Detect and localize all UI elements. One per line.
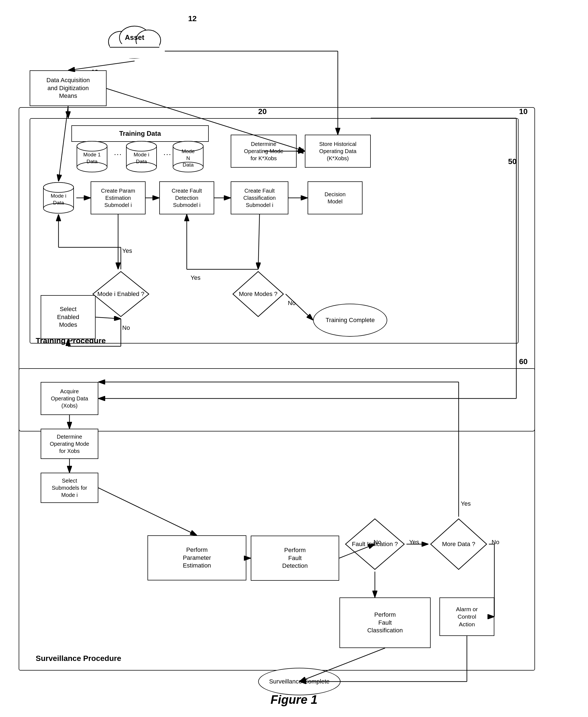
store-hist-label: Store Historical Operating Data (K*Xobs) (319, 140, 356, 162)
svg-line-27 (68, 61, 134, 70)
perform-fault-det-label: Perform Fault Detection (282, 546, 308, 570)
perform-fault-class-box: Perform Fault Classification (339, 597, 430, 648)
figure-title: Figure 1 (0, 693, 588, 706)
no-label-1: No (122, 324, 130, 331)
surveillance-complete-label: Surveillance Complete (269, 678, 330, 686)
determine-op2-label: Determine Operating Mode for Xobs (50, 433, 89, 454)
training-data-header: Training Data (119, 129, 161, 138)
asset-cloud: Asset (104, 14, 165, 61)
select-enabled-label: Select Enabled Modes (57, 305, 79, 329)
create-fault-class-box: Create Fault Classification Submodel i (231, 181, 288, 214)
determine-op-box: Determine Operating Mode for K*Xobs (231, 135, 297, 168)
perform-fault-det-box: Perform Fault Detection (251, 536, 339, 581)
determine-op2-box: Determine Operating Mode for Xobs (41, 429, 98, 459)
yes-label-3: Yes (409, 539, 419, 546)
no-label-2: No (288, 300, 295, 307)
modei-label: Mode i Data (133, 151, 149, 165)
training-data-region: Training Data (71, 125, 209, 142)
svg-point-9 (77, 141, 107, 151)
modeN-label: Mode N Data (179, 148, 197, 168)
yes-label-4: Yes (461, 500, 471, 507)
data-acquisition-box: Data Acquisition and Digitization Means (30, 70, 107, 106)
acquire-data-label: Acquire Operating Data (Xobs) (51, 388, 88, 409)
surveillance-label: Surveillance Procedure (36, 654, 121, 663)
more-modes-diamond: More Modes ? (231, 269, 286, 319)
alarm-control-label: Alarm or Control Action (456, 606, 478, 628)
dot-sep1: ··· (114, 150, 122, 159)
decision-model-label: Decision Model (324, 191, 346, 205)
modeN-cylinder: Mode N Data (170, 140, 206, 173)
decision-model-box: Decision Model (308, 181, 362, 214)
surveillance-complete-oval: Surveillance Complete (258, 668, 340, 695)
svg-point-21 (43, 183, 74, 192)
create-fault-det-label: Create Fault Detection Submodel i (172, 187, 202, 209)
svg-rect-4 (110, 44, 159, 58)
determine-op-label: Determine Operating Mode for K*Xobs (244, 140, 283, 162)
mode-i-enabled-label: Mode i Enabled ? (96, 289, 145, 299)
create-param-box: Create Param Estimation Submodel i (91, 181, 146, 214)
store-hist-box: Store Historical Operating Data (K*Xobs) (305, 135, 371, 168)
perform-param-label: Perform Parameter Estimation (183, 546, 211, 570)
more-data-diamond: More Data ? (428, 517, 489, 572)
mode1-cylinder: Mode 1 Data (74, 140, 110, 173)
asset-label: Asset (125, 33, 144, 42)
perform-param-box: Perform Parameter Estimation (147, 535, 246, 580)
fault-indication-diamond: Fault Indication ? (343, 517, 406, 572)
training-complete-oval: Training Complete (313, 304, 387, 337)
perform-fault-class-label: Perform Fault Classification (367, 611, 403, 635)
training-complete-label: Training Complete (326, 316, 375, 324)
modei-cylinder: Mode i Data (124, 140, 159, 173)
diagram: 12 40 20 10 50 60 Asset Data Acquisition… (0, 0, 588, 717)
more-data-label: More Data ? (441, 539, 476, 549)
select-submodels-box: Select Submodels for Mode i (41, 473, 98, 503)
mode-i-data-main: Mode i Data (41, 181, 76, 214)
mode-i-enabled-diamond: Mode i Enabled ? (91, 269, 151, 319)
select-enabled-box: Select Enabled Modes (41, 295, 96, 339)
mode1-label: Mode 1 Data (83, 151, 101, 165)
no-label-4: No (491, 539, 499, 546)
create-fault-det-box: Create Fault Detection Submodel i (159, 181, 214, 214)
create-param-label: Create Param Estimation Submodel i (101, 187, 135, 209)
select-submodels-label: Select Submodels for Mode i (52, 477, 87, 498)
mode-i-data-label: Mode i Data (50, 193, 66, 206)
alarm-control-box: Alarm or Control Action (439, 597, 495, 636)
acquire-data-box: Acquire Operating Data (Xobs) (41, 382, 98, 415)
yes-label-1: Yes (122, 247, 132, 254)
fault-indication-label: Fault Indication ? (351, 539, 399, 549)
ref-12: 12 (188, 14, 197, 23)
create-fault-class-label: Create Fault Classification Submodel i (243, 187, 276, 209)
yes-label-2: Yes (191, 274, 201, 282)
svg-point-13 (126, 141, 156, 151)
more-modes-label: More Modes ? (238, 289, 279, 299)
